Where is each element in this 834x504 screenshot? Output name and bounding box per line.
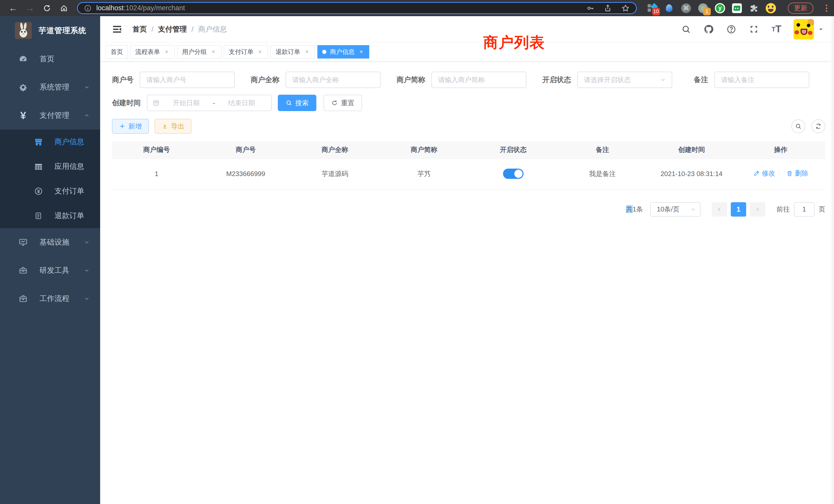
close-icon[interactable]: ×: [163, 49, 170, 55]
sidebar-item-label: 支付订单: [54, 186, 84, 196]
close-icon[interactable]: ×: [304, 49, 310, 55]
browser-forward-icon[interactable]: →: [23, 2, 38, 14]
merchant-no-input[interactable]: [146, 76, 232, 84]
url-text[interactable]: localhost:1024/pay/merchant: [96, 4, 581, 12]
chevron-left-icon: [717, 207, 722, 212]
sidebar-item-infrastructure[interactable]: 基础设施: [0, 228, 100, 256]
address-bar[interactable]: localhost:1024/pay/merchant: [77, 2, 637, 14]
short-name-label: 商户简称: [396, 75, 425, 85]
date-range-picker[interactable]: -: [147, 95, 272, 111]
export-button[interactable]: 导出: [155, 119, 192, 134]
sidebar-item-merchant-info[interactable]: 商户信息: [0, 130, 100, 154]
browser-reload-icon[interactable]: [40, 2, 54, 14]
download-icon: [162, 123, 168, 129]
briefcase-icon: [18, 294, 29, 303]
remark-input[interactable]: [721, 76, 807, 84]
browser-profile-avatar[interactable]: [766, 3, 776, 13]
sidebar-item-app-info[interactable]: 应用信息: [0, 154, 100, 179]
tab-user-group[interactable]: 用户分组×: [177, 45, 221, 59]
refresh-icon: [815, 123, 822, 130]
fullscreen-icon[interactable]: [748, 24, 760, 35]
cell-remark: 我是备注: [558, 158, 647, 189]
created-label: 创建时间: [112, 98, 141, 108]
user-avatar[interactable]: [793, 19, 824, 40]
short-name-field[interactable]: [431, 72, 526, 88]
column-header: 操作: [736, 141, 825, 158]
add-button[interactable]: 新增: [112, 119, 149, 134]
close-icon[interactable]: ×: [257, 49, 263, 55]
browser-home-icon[interactable]: [57, 2, 71, 14]
extension-balloon-icon[interactable]: [664, 3, 674, 13]
site-info-icon[interactable]: [84, 4, 92, 12]
sidebar-logo[interactable]: 芋道管理系统: [0, 16, 100, 45]
extension-profile-icon[interactable]: 1: [698, 3, 708, 13]
breadcrumb-pay[interactable]: 支付管理: [158, 24, 187, 34]
sidebar-item-pay[interactable]: ¥ 支付管理: [0, 101, 100, 130]
sidebar-item-system[interactable]: 系统管理: [0, 73, 100, 101]
header-search-icon[interactable]: [680, 24, 692, 35]
share-icon[interactable]: [604, 4, 612, 12]
extension-y-icon[interactable]: y: [715, 3, 725, 13]
reset-button[interactable]: 重置: [324, 95, 362, 111]
scrollbar[interactable]: [830, 16, 834, 504]
sidebar-item-label: 研发工具: [40, 265, 69, 276]
merchant-no-field[interactable]: [140, 72, 235, 88]
delete-button[interactable]: 删除: [786, 169, 808, 178]
tags-view: 首页 流程表单× 用户分组× 支付订单× 退款订单× 商户信息×: [100, 42, 834, 61]
sidebar-item-label: 支付管理: [40, 110, 69, 121]
tab-refund-order[interactable]: 退款订单×: [271, 45, 315, 59]
extension-dashboard-icon[interactable]: 10: [647, 3, 657, 13]
puzzle-icon: [749, 4, 758, 13]
short-name-input[interactable]: [438, 76, 524, 84]
toggle-search-button[interactable]: [791, 119, 805, 133]
gear-icon: [18, 83, 29, 92]
prev-page-button[interactable]: [712, 202, 727, 216]
next-page-button[interactable]: [750, 202, 765, 216]
close-icon[interactable]: ×: [358, 49, 364, 55]
font-size-icon[interactable]: TT: [771, 24, 782, 35]
remark-field[interactable]: [714, 72, 809, 88]
extensions-puzzle-icon[interactable]: [749, 3, 759, 13]
breadcrumb-home[interactable]: 首页: [132, 24, 147, 34]
merchant-table: 商户编号 商户号 商户全称 商户简称 开启状态 备注 创建时间 操作 1 M23…: [112, 141, 825, 189]
tab-home[interactable]: 首页: [106, 45, 128, 59]
full-name-field[interactable]: [286, 72, 380, 88]
extension-command-icon[interactable]: ⌘: [681, 3, 691, 13]
tab-process-form[interactable]: 流程表单×: [130, 45, 175, 59]
close-icon[interactable]: ×: [210, 49, 217, 55]
bookmark-star-icon[interactable]: [621, 4, 630, 13]
status-toggle[interactable]: [503, 168, 524, 179]
page-1-button[interactable]: 1: [731, 202, 746, 216]
sidebar-item-label: 基础设施: [40, 237, 69, 247]
browser-update-button[interactable]: 更新: [788, 3, 813, 14]
pay-submenu: 商户信息 应用信息: [0, 130, 100, 228]
sidebar-item-home[interactable]: 首页: [0, 45, 100, 73]
password-key-icon[interactable]: [586, 4, 594, 12]
trash-icon: [786, 170, 793, 177]
help-icon[interactable]: [726, 24, 737, 35]
refresh-table-button[interactable]: [811, 119, 825, 133]
full-name-input[interactable]: [292, 76, 378, 84]
sidebar-item-refund-order[interactable]: 退款订单: [0, 204, 100, 228]
github-icon[interactable]: [703, 24, 714, 35]
tab-pay-order[interactable]: 支付订单×: [224, 45, 268, 59]
sidebar-item-workflow[interactable]: 工作流程: [0, 284, 100, 313]
chevron-down-icon: [84, 239, 90, 245]
sidebar-item-pay-order[interactable]: 支付订单: [0, 179, 100, 204]
page-size-select[interactable]: 10条/页: [650, 202, 701, 216]
edit-button[interactable]: 修改: [753, 169, 775, 178]
extension-notes-icon[interactable]: [732, 3, 742, 13]
search-button[interactable]: 搜索: [278, 95, 316, 111]
start-date-input[interactable]: [162, 99, 211, 107]
end-date-input[interactable]: [217, 99, 266, 107]
hamburger-icon[interactable]: [109, 21, 125, 38]
goto-page-input[interactable]: [794, 202, 814, 216]
browser-back-icon[interactable]: ←: [6, 2, 21, 14]
toolbox-icon: [18, 266, 29, 275]
chevron-down-icon: [84, 84, 90, 90]
sidebar-item-dev-tools[interactable]: 研发工具: [0, 256, 100, 284]
browser-menu-icon[interactable]: [823, 5, 830, 12]
tab-merchant-info[interactable]: 商户信息×: [317, 45, 369, 59]
tab-label: 商户信息: [330, 48, 355, 56]
status-select[interactable]: 请选择开启状态: [577, 72, 672, 88]
